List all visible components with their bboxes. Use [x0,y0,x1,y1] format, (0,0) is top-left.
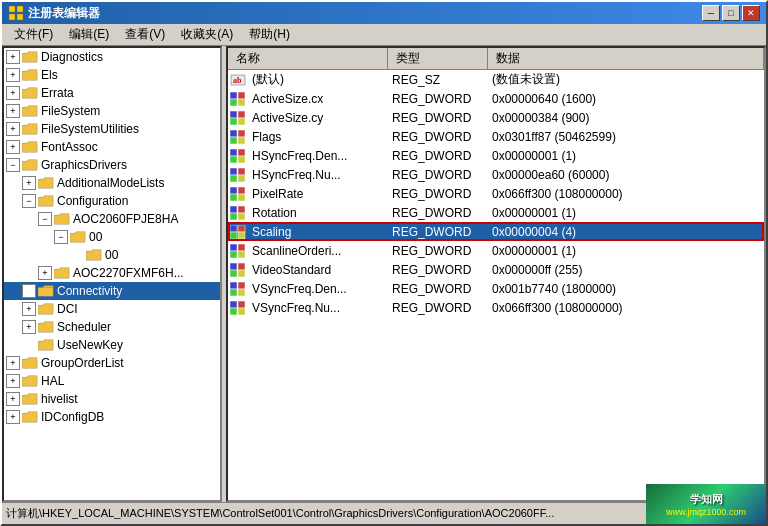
tree-item-errata[interactable]: + Errata [4,84,220,102]
svg-rect-23 [22,395,37,404]
app-icon [8,5,24,21]
tree-item-graphicsdrivers[interactable]: − GraphicsDrivers [4,156,220,174]
maximize-button[interactable]: □ [722,5,740,21]
value-row-flags[interactable]: Flags REG_DWORD 0x0301ff87 (50462599) [228,127,764,146]
value-data-videostandard: 0x000000ff (255) [488,263,764,277]
tree-item-aoc2060fpje8ha[interactable]: − AOC2060FPJE8HA [4,210,220,228]
tree-item-dci[interactable]: + DCI [4,300,220,318]
menu-help[interactable]: 帮助(H) [241,24,298,45]
value-row-activesize_cy[interactable]: ActiveSize.cy REG_DWORD 0x00000384 (900) [228,108,764,127]
tree-item-hivelist[interactable]: + hivelist [4,390,220,408]
svg-rect-36 [238,130,245,137]
tree-expander-filesystemutilities[interactable]: + [6,122,20,136]
tree-expander-grouporderlist[interactable]: + [6,356,20,370]
svg-rect-28 [238,92,245,99]
tree-expander-errata[interactable]: + [6,86,20,100]
tree-item-00_2[interactable]: 00 [4,246,220,264]
tree-item-filesystemutilities[interactable]: + FileSystemUtilities [4,120,220,138]
value-type-scanlineorderi: REG_DWORD [388,244,488,258]
tree-label-aoc2060fpje8ha: AOC2060FPJE8HA [73,212,178,226]
value-type-videostandard: REG_DWORD [388,263,488,277]
svg-rect-29 [230,99,237,106]
tree-label-configuration: Configuration [57,194,128,208]
tree-expander-filesystem[interactable]: + [6,104,20,118]
value-row-scaling[interactable]: Scaling REG_DWORD 0x00000004 (4) [228,222,764,241]
value-type-vsyncfreq_den: REG_DWORD [388,282,488,296]
tree-item-fontassoc[interactable]: + FontAssoc [4,138,220,156]
svg-rect-65 [230,270,237,277]
value-row-rotation[interactable]: Rotation REG_DWORD 0x00000001 (1) [228,203,764,222]
value-data-flags: 0x0301ff87 (50462599) [488,130,764,144]
tree-label-00_1: 00 [89,230,102,244]
tree-pane[interactable]: + Diagnostics+ Els+ Errata+ FileSystem+ … [2,46,222,502]
tree-expander-diagnostics[interactable]: + [6,50,20,64]
tree-item-aoc2270fxmf6h[interactable]: + AOC2270FXMF6H... [4,264,220,282]
folder-icon-filesystemutilities [22,122,38,136]
tree-expander-idconfigdb[interactable]: + [6,410,20,424]
value-row-hsyncfreq_nu[interactable]: HSyncFreq.Nu... REG_DWORD 0x00000ea60 (6… [228,165,764,184]
svg-rect-58 [238,232,245,239]
tree-expander-hivelist[interactable]: + [6,392,20,406]
value-type-default: REG_SZ [388,73,488,87]
tree-item-usenewkey[interactable]: UseNewKey [4,336,220,354]
value-row-scanlineorderi[interactable]: ScanlineOrderi... REG_DWORD 0x00000001 (… [228,241,764,260]
title-bar: 注册表编辑器 ─ □ ✕ [2,2,766,24]
col-header-name: 名称 [228,48,388,69]
value-icon-hsyncfreq_den [228,149,248,163]
tree-expander-aoc2270fxmf6h[interactable]: + [38,266,52,280]
tree-expander-aoc2060fpje8ha[interactable]: − [38,212,52,226]
tree-item-00_1[interactable]: − 00 [4,228,220,246]
svg-rect-9 [22,143,37,152]
folder-icon-hal [22,374,38,388]
value-type-activesize_cx: REG_DWORD [388,92,488,106]
tree-expander-scheduler[interactable]: + [22,320,36,334]
value-row-default[interactable]: ab (默认) REG_SZ (数值未设置) [228,70,764,89]
tree-expander-dci[interactable]: + [22,302,36,316]
value-row-videostandard[interactable]: VideoStandard REG_DWORD 0x000000ff (255) [228,260,764,279]
value-row-vsyncfreq_nu[interactable]: VSyncFreq.Nu... REG_DWORD 0x066ff300 (10… [228,298,764,317]
svg-rect-59 [230,244,237,251]
svg-rect-72 [238,301,245,308]
tree-expander-hal[interactable]: + [6,374,20,388]
tree-item-configuration[interactable]: − Configuration [4,192,220,210]
tree-expander-configuration[interactable]: − [22,194,36,208]
tree-item-grouporderlist[interactable]: + GroupOrderList [4,354,220,372]
svg-text:ab: ab [233,76,242,85]
tree-item-els[interactable]: + Els [4,66,220,84]
value-row-pixelrate[interactable]: PixelRate REG_DWORD 0x066ff300 (10800000… [228,184,764,203]
tree-label-idconfigdb: IDConfigDB [41,410,104,424]
tree-item-additionalmodelists[interactable]: + AdditionalModeLists [4,174,220,192]
tree-expander-connectivity[interactable]: + [22,284,36,298]
value-row-activesize_cx[interactable]: ActiveSize.cx REG_DWORD 0x00000640 (1600… [228,89,764,108]
tree-item-scheduler[interactable]: + Scheduler [4,318,220,336]
value-name-hsyncfreq_nu: HSyncFreq.Nu... [248,168,388,182]
tree-expander-graphicsdrivers[interactable]: − [6,158,20,172]
tree-label-aoc2270fxmf6h: AOC2270FXMF6H... [73,266,184,280]
value-row-hsyncfreq_den[interactable]: HSyncFreq.Den... REG_DWORD 0x00000001 (1… [228,146,764,165]
menu-edit[interactable]: 编辑(E) [61,24,117,45]
tree-label-fontassoc: FontAssoc [41,140,98,154]
status-bar: 计算机\HKEY_LOCAL_MACHINE\SYSTEM\ControlSet… [2,502,766,524]
close-button[interactable]: ✕ [742,5,760,21]
tree-expander-00_1[interactable]: − [54,230,68,244]
values-list[interactable]: ab (默认) REG_SZ (数值未设置) ActiveSize.cx REG… [228,70,764,500]
tree-item-diagnostics[interactable]: + Diagnostics [4,48,220,66]
value-row-vsyncfreq_den[interactable]: VSyncFreq.Den... REG_DWORD 0x001b7740 (1… [228,279,764,298]
tree-expander-additionalmodelists[interactable]: + [22,176,36,190]
menu-view[interactable]: 查看(V) [117,24,173,45]
svg-rect-67 [230,282,237,289]
tree-expander-els[interactable]: + [6,68,20,82]
menu-bar: 文件(F) 编辑(E) 查看(V) 收藏夹(A) 帮助(H) [2,24,766,46]
menu-favorites[interactable]: 收藏夹(A) [173,24,241,45]
tree-expander-fontassoc[interactable]: + [6,140,20,154]
minimize-button[interactable]: ─ [702,5,720,21]
tree-item-idconfigdb[interactable]: + IDConfigDB [4,408,220,426]
value-data-pixelrate: 0x066ff300 (108000000) [488,187,764,201]
tree-item-filesystem[interactable]: + FileSystem [4,102,220,120]
svg-rect-62 [238,251,245,258]
menu-file[interactable]: 文件(F) [6,24,61,45]
tree-item-connectivity[interactable]: + Connectivity [4,282,220,300]
tree-item-hal[interactable]: + HAL [4,372,220,390]
svg-rect-21 [22,359,37,368]
svg-rect-50 [238,194,245,201]
